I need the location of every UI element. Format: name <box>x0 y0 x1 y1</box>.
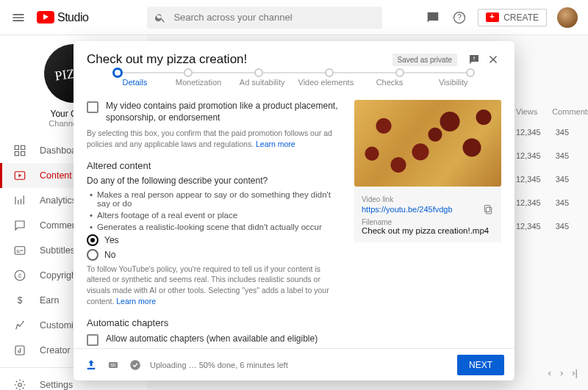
search-placeholder: Search across your channel <box>173 12 292 23</box>
create-label: CREATE <box>503 12 539 23</box>
modal-header: Check out my pizza creation! Saved as pr… <box>74 41 514 73</box>
modal-right-column: Video link https://youtu.be/245fvdgb Fil… <box>354 100 501 348</box>
feedback-icon[interactable] <box>466 51 482 68</box>
youtube-icon <box>37 11 54 24</box>
stepper-track <box>118 72 470 73</box>
user-avatar[interactable] <box>557 7 578 28</box>
auto-chapters-checkbox[interactable] <box>87 334 98 346</box>
step-checks[interactable]: Checks <box>358 78 422 87</box>
step-dot-0[interactable] <box>112 68 123 78</box>
upload-icon <box>84 358 98 372</box>
radio-icon <box>87 234 98 246</box>
video-meta: Video link https://youtu.be/245fvdgb Fil… <box>354 187 501 242</box>
upload-modal: Check out my pizza creation! Saved as pr… <box>74 41 514 380</box>
auto-chapters-label: Allow automatic chapters (when available… <box>106 333 318 344</box>
step-dot-5[interactable] <box>466 68 475 77</box>
auto-chapters-heading: Automatic chapters <box>87 317 343 328</box>
altered-learn-more[interactable]: Learn more <box>116 297 156 306</box>
filename-label: Filename <box>362 218 494 226</box>
step-details[interactable]: Details <box>103 78 167 87</box>
svg-text:SD: SD <box>110 363 116 367</box>
radio-icon <box>87 249 98 261</box>
paid-promo-label: My video contains paid promotion like a … <box>106 100 343 123</box>
altered-radio-no[interactable]: No <box>87 249 343 261</box>
modal-footer: SD Uploading … 50% done, 6 minutes left … <box>74 348 514 380</box>
help-icon[interactable]: ? <box>451 10 467 26</box>
svg-rect-16 <box>484 206 490 212</box>
svg-rect-17 <box>87 367 96 369</box>
svg-text:?: ? <box>457 13 462 21</box>
altered-bullet-0: Makes a real person appear to say or do … <box>87 190 343 208</box>
top-actions: ? CREATE <box>425 7 578 28</box>
modal-body: My video contains paid promotion like a … <box>74 94 514 348</box>
paid-promo-learn-more[interactable]: Learn more <box>256 140 295 148</box>
close-icon[interactable] <box>485 51 501 68</box>
upload-status: Uploading … 50% done, 6 minutes left <box>150 361 450 369</box>
create-icon <box>486 12 499 22</box>
svg-point-14 <box>473 59 474 60</box>
modal-left-column: My video contains paid promotion like a … <box>87 100 343 348</box>
auto-chapters-row: Allow automatic chapters (when available… <box>87 333 343 346</box>
altered-policy-text: To follow YouTube's policy, you're requi… <box>87 264 343 307</box>
paid-promo-checkbox[interactable] <box>87 101 98 113</box>
stepper: Details Monetization Ad suitability Vide… <box>74 73 514 94</box>
save-status-pill: Saved as private <box>392 54 458 66</box>
step-dot-4[interactable] <box>395 68 404 77</box>
step-dot-3[interactable] <box>325 68 334 77</box>
altered-bullet-2: Generates a realistic-looking scene that… <box>87 223 343 231</box>
studio-logo[interactable]: Studio <box>37 11 88 24</box>
logo-text: Studio <box>57 11 88 24</box>
svg-rect-15 <box>486 207 491 214</box>
step-video-elements[interactable]: Video elements <box>294 78 358 87</box>
copy-icon[interactable] <box>482 203 494 215</box>
hamburger-icon[interactable] <box>10 10 26 26</box>
step-monetization[interactable]: Monetization <box>167 78 231 87</box>
search-input[interactable]: Search across your channel <box>147 7 382 29</box>
video-link-label: Video link <box>362 195 494 203</box>
video-link-row: https://youtu.be/245fvdgb <box>362 203 494 215</box>
altered-bullet-1: Alters footage of a real event or place <box>87 211 343 220</box>
video-link[interactable]: https://youtu.be/245fvdgb <box>362 205 453 214</box>
altered-heading: Altered content <box>87 160 343 171</box>
next-button[interactable]: NEXT <box>457 355 504 375</box>
create-button[interactable]: CREATE <box>478 9 547 26</box>
check-icon <box>128 358 143 372</box>
altered-question: Do any of the following describe your co… <box>87 176 343 186</box>
paid-promo-fineprint: By selecting this box, you confirm that … <box>87 128 343 149</box>
sd-icon: SD <box>106 358 121 372</box>
search-icon <box>154 12 166 24</box>
paid-promo-row: My video contains paid promotion like a … <box>87 100 343 123</box>
step-visibility[interactable]: Visibility <box>421 78 485 87</box>
step-dot-1[interactable] <box>184 68 193 77</box>
top-bar: Studio Search across your channel ? CREA… <box>0 0 588 35</box>
step-ad-suitability[interactable]: Ad suitability <box>230 78 294 87</box>
filename-value: Check out my pizza creation!.mp4 <box>362 226 494 235</box>
video-thumbnail[interactable] <box>354 100 501 187</box>
altered-radio-yes[interactable]: Yes <box>87 234 343 246</box>
modal-title: Check out my pizza creation! <box>87 52 392 67</box>
step-dot-2[interactable] <box>254 68 263 77</box>
chat-icon[interactable] <box>425 10 441 26</box>
svg-point-20 <box>130 360 140 370</box>
